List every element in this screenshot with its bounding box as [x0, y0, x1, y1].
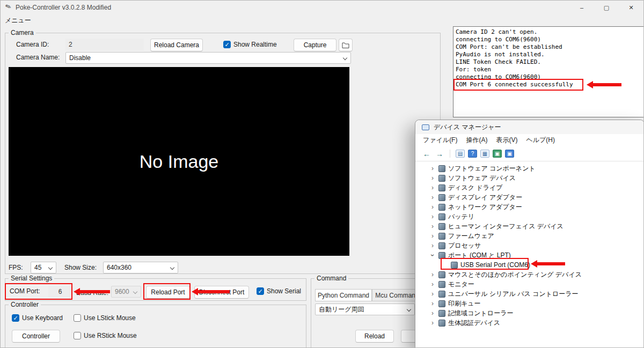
device-manager-title: デバイス マネージャー	[434, 123, 501, 132]
minimize-button[interactable]: –	[569, 1, 594, 14]
camera-name-label: Camera Name:	[16, 54, 60, 61]
log-line: COM Port: can't be established	[456, 43, 641, 51]
controller-group: Controller Use Keyboard Use LStick Mouse…	[5, 305, 306, 348]
tree-item-9[interactable]: ›ポート (COM と LPT)	[415, 250, 644, 260]
tree-item-2[interactable]: ›ディスク ドライブ	[415, 183, 644, 192]
chevron-right-icon[interactable]: ›	[429, 223, 436, 230]
show-realtime-checkbox[interactable]: Show Realtime	[223, 41, 277, 48]
checkbox-check-icon	[257, 287, 264, 295]
command-select[interactable]: 自動リーグ周回	[315, 303, 415, 315]
network-adapter-icon	[438, 204, 445, 211]
menu-item-menu[interactable]: メニュー	[5, 16, 31, 25]
chevron-right-icon[interactable]: ›	[429, 242, 436, 249]
chevron-right-icon[interactable]: ›	[429, 203, 436, 211]
tree-item-13[interactable]: ›ユニバーサル シリアル バス コントローラー	[415, 289, 644, 299]
show-serial-checkbox[interactable]: Show Serial	[257, 287, 301, 295]
show-size-select[interactable]: 640x360	[103, 262, 178, 273]
capture-button[interactable]: Capture	[294, 39, 336, 51]
processor-icon	[438, 242, 445, 249]
log-output[interactable]: Camera ID 2 can't open.connecting to COM…	[453, 26, 644, 117]
chevron-right-icon[interactable]: ›	[429, 232, 436, 240]
camera-name-select[interactable]: Disable	[65, 52, 351, 64]
display-adapter-icon	[438, 194, 445, 201]
reload-button[interactable]: Reload	[355, 330, 394, 343]
log-line: COM Port 6 connected successfully	[456, 81, 641, 88]
chevron-right-icon[interactable]: ›	[429, 309, 436, 317]
camera-id-field[interactable]: 2	[65, 39, 144, 50]
window-title: Poke-Controller v3.0.2.8 Modified	[16, 4, 111, 11]
tree-item-14[interactable]: ›印刷キュー	[415, 299, 644, 308]
chevron-right-icon[interactable]: ›	[429, 271, 436, 278]
chevron-right-icon[interactable]: ›	[429, 319, 436, 327]
menubar: メニュー	[1, 14, 643, 25]
close-button[interactable]: ✕	[619, 1, 643, 14]
tree-item-8[interactable]: ›プロセッサ	[415, 241, 644, 250]
tree-item-6[interactable]: ›ヒューマン インターフェイス デバイス	[415, 221, 644, 231]
log-line: connecting to COM6(9600)	[456, 73, 641, 81]
tree-item-0[interactable]: ›ソフトウェア コンポーネント	[415, 164, 644, 173]
dm-toolbar: ←→▤?▦▣▣	[415, 146, 644, 161]
use-rstick-checkbox[interactable]: Use RStick Mouse	[74, 332, 137, 339]
com-port-label: COM Port:	[10, 287, 40, 295]
command-group-label: Command	[314, 275, 348, 282]
controller-button[interactable]: Controller	[12, 330, 60, 343]
forward-icon[interactable]: →	[435, 150, 444, 158]
chevron-right-icon[interactable]: ›	[429, 165, 436, 172]
disconnect-port-button[interactable]: Disconnect Port	[194, 286, 249, 299]
app-icon: ✎	[4, 2, 12, 12]
tree-item-12[interactable]: ›モニター	[415, 279, 644, 289]
ports-icon	[438, 252, 445, 259]
log-line: Camera ID 2 can't open.	[456, 28, 641, 36]
dm-menu-item-0[interactable]: ファイル(F)	[419, 136, 462, 145]
chevron-right-icon[interactable]: ›	[429, 174, 436, 182]
computer-icon[interactable]: ▣	[505, 150, 514, 158]
disk-drive-icon	[438, 184, 445, 191]
chevron-down-icon[interactable]: ›	[429, 252, 436, 258]
dm-menu-item-1[interactable]: 操作(A)	[462, 136, 492, 145]
tree-item-16[interactable]: ›生体認証デバイス	[415, 318, 644, 328]
use-keyboard-checkbox[interactable]: Use Keyboard	[12, 314, 63, 322]
monitor-icon	[438, 281, 445, 288]
tree-item-7[interactable]: ›ファームウェア	[415, 231, 644, 241]
chevron-right-icon[interactable]: ›	[429, 290, 436, 298]
tree-item-label: 印刷キュー	[448, 299, 481, 308]
fps-select[interactable]: 45	[31, 262, 56, 273]
checkbox-icon	[74, 332, 81, 339]
chevron-right-icon[interactable]: ›	[429, 184, 436, 191]
tree-item-label: USB Serial Port (COM6)	[460, 261, 530, 269]
software-component-icon	[438, 165, 445, 172]
reload-camera-button[interactable]: Reload Camera	[150, 39, 203, 51]
chevron-right-icon[interactable]: ›	[429, 213, 436, 220]
tree-item-11[interactable]: ›マウスとそのほかのポインティング デバイス	[415, 270, 644, 279]
tree-item-15[interactable]: ›記憶域コントローラー	[415, 308, 644, 318]
tree-item-5[interactable]: ›バッテリ	[415, 212, 644, 221]
tree-item-3[interactable]: ›ディスプレイ アダプター	[415, 192, 644, 202]
tree-item-1[interactable]: ›ソフトウェア デバイス	[415, 173, 644, 183]
chevron-right-icon[interactable]: ›	[429, 300, 436, 307]
tree-item-4[interactable]: ›ネットワーク アダプター	[415, 202, 644, 212]
dm-menu-item-3[interactable]: ヘルプ(H)	[522, 136, 559, 145]
maximize-button[interactable]: ▢	[594, 1, 619, 14]
hid-icon	[438, 223, 445, 230]
help-icon[interactable]: ?	[468, 150, 477, 158]
show-size-label: Show Size:	[64, 264, 97, 271]
back-icon[interactable]: ←	[422, 150, 431, 158]
baud-rate-select[interactable]: 9600	[111, 286, 141, 298]
camera-group-label: Camera	[9, 29, 36, 36]
tree-item-label: 記憶域コントローラー	[448, 309, 513, 318]
scan-hardware-icon[interactable]: ▣	[493, 150, 502, 158]
checkbox-check-icon	[223, 41, 231, 48]
list-view-icon[interactable]: ▤	[456, 150, 465, 158]
use-lstick-label: Use LStick Mouse	[84, 314, 136, 322]
use-lstick-checkbox[interactable]: Use LStick Mouse	[74, 314, 136, 322]
chevron-right-icon[interactable]: ›	[429, 280, 436, 288]
dm-menu-item-2[interactable]: 表示(V)	[492, 136, 522, 145]
properties-icon[interactable]: ▦	[480, 150, 489, 158]
tree-item-10[interactable]: USB Serial Port (COM6)	[415, 260, 644, 270]
open-folder-button[interactable]	[339, 39, 353, 51]
reload-port-button[interactable]: Reload Port	[146, 286, 190, 299]
com-port-field[interactable]: 6	[48, 286, 72, 298]
tab-python-command[interactable]: Python Command	[315, 289, 372, 301]
tree-item-label: マウスとそのほかのポインティング デバイス	[448, 270, 582, 279]
chevron-right-icon[interactable]: ›	[429, 194, 436, 201]
